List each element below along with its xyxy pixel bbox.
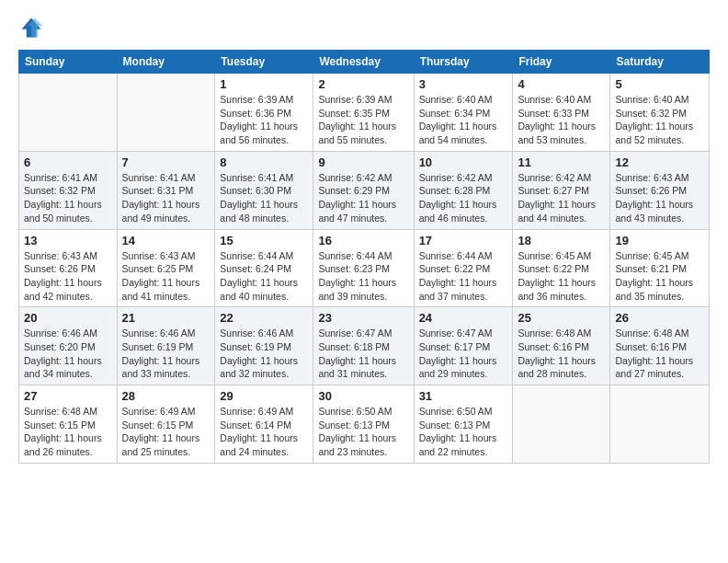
- calendar-cell: 13Sunrise: 6:43 AM Sunset: 6:26 PM Dayli…: [19, 229, 118, 307]
- day-info: Sunrise: 6:41 AM Sunset: 6:31 PM Dayligh…: [122, 171, 210, 225]
- calendar-cell: 2Sunrise: 6:39 AM Sunset: 6:35 PM Daylig…: [313, 74, 414, 152]
- calendar-week-row: 1Sunrise: 6:39 AM Sunset: 6:36 PM Daylig…: [19, 74, 710, 152]
- day-number: 2: [318, 77, 408, 91]
- calendar-cell: [610, 385, 710, 464]
- day-number: 26: [615, 311, 704, 325]
- day-info: Sunrise: 6:47 AM Sunset: 6:18 PM Dayligh…: [318, 327, 408, 381]
- day-number: 27: [24, 389, 112, 403]
- calendar-cell: 14Sunrise: 6:43 AM Sunset: 6:25 PM Dayli…: [117, 229, 215, 307]
- day-info: Sunrise: 6:41 AM Sunset: 6:32 PM Dayligh…: [24, 171, 112, 225]
- day-number: 4: [518, 77, 605, 91]
- day-info: Sunrise: 6:44 AM Sunset: 6:22 PM Dayligh…: [419, 249, 508, 304]
- calendar-week-row: 27Sunrise: 6:48 AM Sunset: 6:15 PM Dayli…: [19, 385, 710, 464]
- logo-icon: [18, 15, 44, 40]
- weekday-header-wednesday: Wednesday: [313, 51, 414, 74]
- day-number: 5: [615, 77, 704, 91]
- calendar-cell: 23Sunrise: 6:47 AM Sunset: 6:18 PM Dayli…: [313, 307, 414, 385]
- day-info: Sunrise: 6:43 AM Sunset: 6:25 PM Dayligh…: [122, 249, 210, 304]
- day-number: 24: [419, 311, 508, 325]
- day-number: 19: [615, 234, 704, 247]
- day-info: Sunrise: 6:49 AM Sunset: 6:14 PM Dayligh…: [220, 405, 308, 459]
- calendar-cell: 20Sunrise: 6:46 AM Sunset: 6:20 PM Dayli…: [19, 307, 118, 385]
- day-number: 22: [220, 311, 308, 325]
- calendar-cell: 11Sunrise: 6:42 AM Sunset: 6:27 PM Dayli…: [513, 151, 610, 229]
- day-info: Sunrise: 6:48 AM Sunset: 6:16 PM Dayligh…: [518, 327, 605, 381]
- calendar-cell: 25Sunrise: 6:48 AM Sunset: 6:16 PM Dayli…: [513, 307, 610, 385]
- calendar-cell: 6Sunrise: 6:41 AM Sunset: 6:32 PM Daylig…: [19, 151, 118, 229]
- day-info: Sunrise: 6:40 AM Sunset: 6:32 PM Dayligh…: [615, 93, 704, 147]
- day-number: 28: [122, 389, 210, 403]
- day-info: Sunrise: 6:42 AM Sunset: 6:28 PM Dayligh…: [419, 171, 508, 225]
- calendar-cell: 18Sunrise: 6:45 AM Sunset: 6:22 PM Dayli…: [513, 229, 610, 307]
- day-info: Sunrise: 6:41 AM Sunset: 6:30 PM Dayligh…: [220, 171, 308, 225]
- day-number: 20: [24, 311, 112, 325]
- calendar-cell: 31Sunrise: 6:50 AM Sunset: 6:13 PM Dayli…: [414, 385, 513, 464]
- day-info: Sunrise: 6:39 AM Sunset: 6:36 PM Dayligh…: [220, 93, 308, 147]
- day-number: 1: [220, 77, 308, 91]
- day-number: 13: [24, 234, 112, 247]
- day-info: Sunrise: 6:44 AM Sunset: 6:23 PM Dayligh…: [318, 249, 408, 304]
- calendar-cell: 5Sunrise: 6:40 AM Sunset: 6:32 PM Daylig…: [610, 74, 710, 152]
- calendar-cell: 12Sunrise: 6:43 AM Sunset: 6:26 PM Dayli…: [610, 151, 710, 229]
- calendar-cell: 21Sunrise: 6:46 AM Sunset: 6:19 PM Dayli…: [117, 307, 215, 385]
- day-number: 10: [419, 155, 508, 169]
- day-number: 16: [318, 234, 408, 247]
- day-number: 21: [122, 311, 210, 325]
- day-info: Sunrise: 6:44 AM Sunset: 6:24 PM Dayligh…: [220, 249, 308, 304]
- day-info: Sunrise: 6:46 AM Sunset: 6:20 PM Dayligh…: [24, 327, 112, 381]
- calendar-cell: 30Sunrise: 6:50 AM Sunset: 6:13 PM Dayli…: [313, 385, 414, 464]
- day-info: Sunrise: 6:43 AM Sunset: 6:26 PM Dayligh…: [24, 249, 112, 304]
- calendar-cell: [19, 74, 118, 152]
- day-info: Sunrise: 6:50 AM Sunset: 6:13 PM Dayligh…: [419, 405, 508, 459]
- calendar-cell: [117, 74, 215, 152]
- day-info: Sunrise: 6:40 AM Sunset: 6:33 PM Dayligh…: [518, 93, 605, 147]
- day-number: 25: [518, 311, 605, 325]
- weekday-header-thursday: Thursday: [414, 51, 513, 74]
- day-info: Sunrise: 6:39 AM Sunset: 6:35 PM Dayligh…: [318, 93, 408, 147]
- calendar-cell: 15Sunrise: 6:44 AM Sunset: 6:24 PM Dayli…: [215, 229, 313, 307]
- day-number: 18: [518, 234, 605, 247]
- day-info: Sunrise: 6:42 AM Sunset: 6:27 PM Dayligh…: [518, 171, 605, 225]
- calendar-week-row: 6Sunrise: 6:41 AM Sunset: 6:32 PM Daylig…: [19, 151, 710, 229]
- calendar-cell: 29Sunrise: 6:49 AM Sunset: 6:14 PM Dayli…: [215, 385, 313, 464]
- calendar-cell: 4Sunrise: 6:40 AM Sunset: 6:33 PM Daylig…: [513, 74, 610, 152]
- day-number: 23: [318, 311, 408, 325]
- day-info: Sunrise: 6:49 AM Sunset: 6:15 PM Dayligh…: [122, 405, 210, 459]
- day-number: 29: [220, 389, 308, 403]
- calendar-cell: 17Sunrise: 6:44 AM Sunset: 6:22 PM Dayli…: [414, 229, 513, 307]
- day-number: 30: [318, 389, 408, 403]
- calendar-cell: [513, 385, 610, 464]
- weekday-header-sunday: Sunday: [19, 51, 118, 74]
- calendar-cell: 22Sunrise: 6:46 AM Sunset: 6:19 PM Dayli…: [215, 307, 313, 385]
- day-number: 15: [220, 234, 308, 247]
- day-number: 8: [220, 155, 308, 169]
- logo: [18, 15, 48, 40]
- calendar-table: SundayMondayTuesdayWednesdayThursdayFrid…: [18, 50, 710, 464]
- day-info: Sunrise: 6:45 AM Sunset: 6:21 PM Dayligh…: [615, 249, 704, 304]
- weekday-header-monday: Monday: [117, 51, 215, 74]
- day-number: 12: [615, 155, 704, 169]
- calendar-cell: 24Sunrise: 6:47 AM Sunset: 6:17 PM Dayli…: [414, 307, 513, 385]
- page: SundayMondayTuesdayWednesdayThursdayFrid…: [0, 0, 728, 563]
- calendar-week-row: 13Sunrise: 6:43 AM Sunset: 6:26 PM Dayli…: [19, 229, 710, 307]
- day-number: 31: [419, 389, 508, 403]
- day-info: Sunrise: 6:46 AM Sunset: 6:19 PM Dayligh…: [220, 327, 308, 381]
- day-info: Sunrise: 6:48 AM Sunset: 6:16 PM Dayligh…: [615, 327, 704, 381]
- day-info: Sunrise: 6:46 AM Sunset: 6:19 PM Dayligh…: [122, 327, 210, 381]
- day-number: 9: [318, 155, 408, 169]
- calendar-cell: 10Sunrise: 6:42 AM Sunset: 6:28 PM Dayli…: [414, 151, 513, 229]
- day-number: 3: [419, 77, 508, 91]
- calendar-header-row: SundayMondayTuesdayWednesdayThursdayFrid…: [19, 51, 710, 74]
- day-info: Sunrise: 6:43 AM Sunset: 6:26 PM Dayligh…: [615, 171, 704, 225]
- day-number: 6: [24, 155, 112, 169]
- header: [18, 15, 710, 40]
- day-info: Sunrise: 6:40 AM Sunset: 6:34 PM Dayligh…: [419, 93, 508, 147]
- calendar-cell: 3Sunrise: 6:40 AM Sunset: 6:34 PM Daylig…: [414, 74, 513, 152]
- day-info: Sunrise: 6:47 AM Sunset: 6:17 PM Dayligh…: [419, 327, 508, 381]
- day-info: Sunrise: 6:45 AM Sunset: 6:22 PM Dayligh…: [518, 249, 605, 304]
- day-number: 14: [122, 234, 210, 247]
- calendar-cell: 7Sunrise: 6:41 AM Sunset: 6:31 PM Daylig…: [117, 151, 215, 229]
- calendar-cell: 19Sunrise: 6:45 AM Sunset: 6:21 PM Dayli…: [610, 229, 710, 307]
- calendar-cell: 27Sunrise: 6:48 AM Sunset: 6:15 PM Dayli…: [19, 385, 118, 464]
- calendar-cell: 28Sunrise: 6:49 AM Sunset: 6:15 PM Dayli…: [117, 385, 215, 464]
